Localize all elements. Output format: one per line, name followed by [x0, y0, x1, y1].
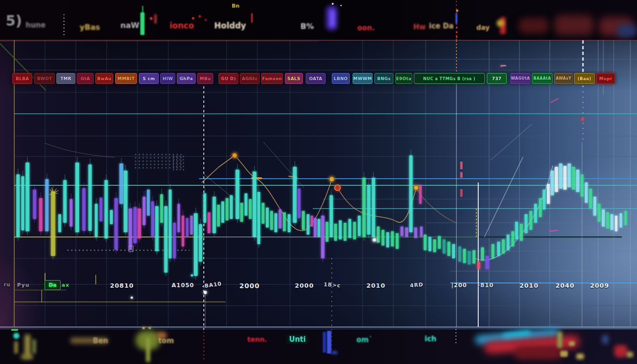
- candlestick[interactable]: [75, 163, 79, 232]
- candlestick[interactable]: [173, 223, 176, 258]
- candlestick[interactable]: [555, 167, 558, 192]
- ticker-badge[interactable]: TMR: [56, 73, 75, 84]
- candlestick[interactable]: [334, 224, 337, 241]
- candlestick[interactable]: [51, 191, 55, 256]
- signal-dot[interactable]: [143, 327, 145, 329]
- candlestick[interactable]: [486, 256, 489, 269]
- candlestick[interactable]: [186, 218, 189, 237]
- candlestick[interactable]: [191, 216, 193, 235]
- candlestick[interactable]: [249, 199, 252, 219]
- signal-dot[interactable]: [414, 185, 419, 190]
- candlestick[interactable]: [95, 204, 98, 237]
- candlestick[interactable]: [151, 201, 154, 237]
- candlestick[interactable]: [377, 227, 380, 243]
- candlestick[interactable]: [82, 188, 86, 231]
- candlestick[interactable]: [396, 233, 399, 249]
- ticker-badge[interactable]: NUC a TTMGs B (rsa ): [414, 73, 485, 84]
- candlestick[interactable]: [414, 228, 417, 238]
- candlestick[interactable]: [564, 166, 567, 190]
- candlestick[interactable]: [70, 199, 73, 227]
- topbar-menu-label[interactable]: 5): [6, 12, 22, 29]
- candlestick[interactable]: [134, 207, 137, 243]
- candlestick[interactable]: [585, 182, 588, 203]
- candlestick[interactable]: [344, 223, 346, 241]
- candlestick[interactable]: [279, 209, 282, 228]
- candlestick[interactable]: [46, 179, 49, 231]
- candlestick[interactable]: [221, 201, 224, 223]
- candlestick[interactable]: [481, 247, 484, 261]
- candlestick[interactable]: [330, 195, 333, 237]
- ticker-badge[interactable]: WAGUtA: [510, 73, 530, 84]
- candlestick[interactable]: [576, 170, 580, 192]
- candlestick[interactable]: [529, 211, 532, 230]
- candlestick[interactable]: [208, 212, 210, 233]
- candlestick[interactable]: [326, 222, 328, 242]
- candlestick[interactable]: [321, 216, 325, 258]
- candlestick[interactable]: [419, 185, 422, 204]
- topbar-menu-label[interactable]: Bn: [232, 3, 239, 9]
- candlestick[interactable]: [298, 189, 300, 218]
- ticker-badge[interactable]: GU D): [218, 73, 238, 84]
- candlestick[interactable]: [124, 171, 127, 232]
- candlestick[interactable]: [428, 237, 431, 251]
- ticker-badge[interactable]: MWWM: [353, 73, 373, 84]
- candlestick[interactable]: [593, 197, 596, 216]
- ticker-badge[interactable]: MMBIT: [115, 73, 137, 84]
- candlestick[interactable]: [511, 231, 514, 246]
- candlestick[interactable]: [386, 232, 389, 247]
- signal-dot[interactable]: [373, 238, 376, 242]
- candlestick[interactable]: [477, 262, 480, 269]
- candlestick[interactable]: [178, 204, 180, 232]
- candlestick[interactable]: [199, 224, 202, 262]
- candlestick[interactable]: [420, 227, 423, 237]
- candlestick[interactable]: [311, 216, 313, 227]
- candlestick[interactable]: [367, 185, 371, 235]
- candlestick[interactable]: [138, 209, 141, 238]
- candlestick[interactable]: [602, 209, 605, 227]
- ticker-badge[interactable]: HIW: [160, 73, 175, 84]
- ticker-badge[interactable]: GtA: [77, 73, 94, 84]
- candlestick[interactable]: [391, 231, 394, 246]
- candlestick[interactable]: [551, 171, 554, 195]
- topbar-menu-label[interactable]: day: [476, 24, 490, 31]
- candlestick[interactable]: [105, 180, 108, 238]
- ticker-badge[interactable]: BLBA: [12, 73, 32, 84]
- signal-dot[interactable]: [581, 118, 584, 121]
- candlestick[interactable]: [353, 222, 356, 239]
- candlestick[interactable]: [525, 214, 528, 233]
- candlestick[interactable]: [433, 239, 436, 252]
- candlestick[interactable]: [143, 197, 146, 225]
- candlestick[interactable]: [270, 211, 273, 230]
- candlestick[interactable]: [559, 164, 563, 189]
- candlestick[interactable]: [572, 167, 575, 190]
- signal-dot[interactable]: [191, 274, 193, 277]
- candlestick[interactable]: [307, 214, 309, 235]
- candlestick[interactable]: [203, 193, 206, 223]
- candlestick[interactable]: [230, 195, 233, 219]
- candlestick[interactable]: [64, 180, 67, 223]
- candlestick[interactable]: [568, 164, 571, 187]
- candlestick[interactable]: [438, 236, 441, 249]
- candlestick[interactable]: [491, 244, 494, 258]
- candlestick[interactable]: [39, 198, 43, 231]
- candlestick[interactable]: [463, 249, 466, 263]
- candlestick[interactable]: [182, 216, 184, 246]
- candlestick[interactable]: [33, 190, 36, 219]
- candlestick[interactable]: [405, 228, 408, 237]
- candlestick[interactable]: [240, 203, 243, 222]
- candlestick[interactable]: [226, 198, 228, 220]
- candlestick[interactable]: [534, 204, 537, 223]
- ticker-badge[interactable]: LBNO: [332, 73, 350, 84]
- candlestick[interactable]: [160, 194, 163, 223]
- candlestick[interactable]: [58, 214, 61, 232]
- candlestick[interactable]: [543, 190, 546, 209]
- candlestick[interactable]: [115, 198, 118, 250]
- topbar-menu-label[interactable]: naW: [120, 21, 139, 30]
- ticker-badge[interactable]: BNGs: [374, 73, 393, 84]
- ticker-badge[interactable]: S cm: [139, 73, 159, 84]
- candlestick[interactable]: [318, 219, 320, 237]
- ticker-badge[interactable]: (Baa): [574, 73, 595, 84]
- candlestick[interactable]: [458, 246, 461, 262]
- candlestick[interactable]: [547, 184, 550, 204]
- candlestick[interactable]: [314, 218, 317, 237]
